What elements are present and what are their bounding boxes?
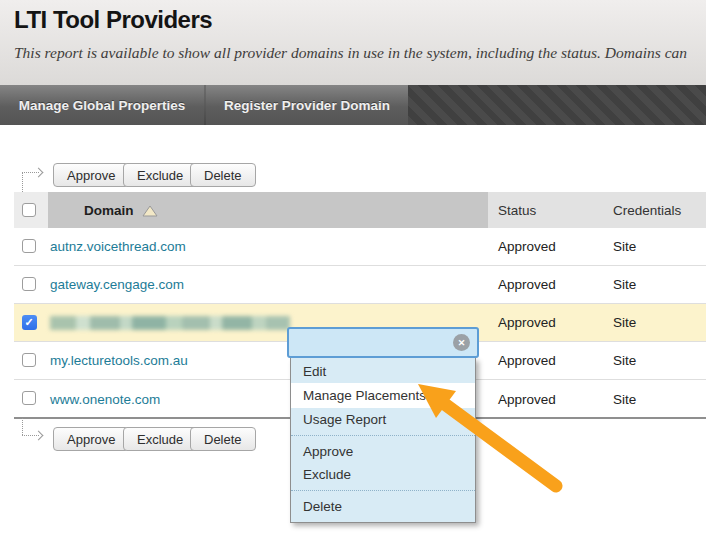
register-provider-domain-button[interactable]: Register Provider Domain	[206, 85, 408, 125]
menu-item-exclude[interactable]: Exclude	[291, 463, 475, 486]
approve-button-bottom[interactable]: Approve	[53, 427, 129, 451]
status-value: Approved	[498, 228, 556, 265]
close-icon[interactable]: ✕	[453, 334, 470, 351]
credentials-value: Site	[613, 380, 636, 418]
domain-header-label: Domain	[84, 203, 134, 218]
menu-divider	[291, 490, 475, 491]
table-header-right: Status Credentials	[488, 192, 706, 228]
column-header-credentials: Credentials	[613, 192, 681, 228]
page-description: This report is available to show all pro…	[14, 44, 706, 62]
row-checkbox[interactable]	[22, 239, 36, 253]
select-all-arrow-icon	[22, 418, 44, 444]
select-all-arrow-icon	[22, 168, 44, 194]
action-bar: Manage Global Properties Register Provid…	[0, 85, 706, 125]
menu-item-edit[interactable]: Edit	[291, 360, 475, 383]
domain-link[interactable]: my.lecturetools.com.au	[50, 342, 188, 379]
select-all-cell	[14, 192, 48, 228]
lti-tool-providers-page: LTI Tool Providers This report is availa…	[0, 0, 706, 533]
context-menu-header: ✕	[287, 327, 479, 358]
domain-link[interactable]: www.onenote.com	[50, 380, 160, 418]
select-all-checkbox[interactable]	[22, 203, 36, 217]
exclude-button-top[interactable]: Exclude	[123, 163, 197, 187]
sort-ascending-icon	[142, 205, 158, 217]
page-title: LTI Tool Providers	[14, 6, 212, 34]
domain-link[interactable]: gateway.cengage.com	[50, 266, 184, 303]
menu-item-delete[interactable]: Delete	[291, 495, 475, 518]
menu-item-manage-placements[interactable]: Manage Placements	[291, 383, 475, 408]
page-header: LTI Tool Providers This report is availa…	[0, 0, 706, 85]
action-bar-striped-filler	[408, 85, 706, 125]
row-checkbox[interactable]	[22, 277, 36, 291]
credentials-value: Site	[613, 228, 636, 265]
table-row: autnz.voicethread.com Approved Site	[14, 228, 706, 266]
credentials-value: Site	[613, 266, 636, 303]
status-value: Approved	[498, 304, 556, 341]
status-value: Approved	[498, 266, 556, 303]
credentials-value: Site	[613, 304, 636, 341]
domain-link[interactable]: autnz.voicethread.com	[50, 228, 186, 265]
status-value: Approved	[498, 380, 556, 418]
menu-item-approve[interactable]: Approve	[291, 440, 475, 463]
delete-button-top[interactable]: Delete	[190, 163, 256, 187]
row-checkbox[interactable]	[22, 315, 37, 330]
delete-button-bottom[interactable]: Delete	[190, 427, 256, 451]
context-menu: ✕ Edit Manage Placements Usage Report Ap…	[287, 327, 479, 523]
register-provider-domain-label: Register Provider Domain	[224, 98, 390, 113]
row-checkbox[interactable]	[22, 353, 36, 367]
redacted-domain	[50, 316, 290, 330]
manage-global-properties-button[interactable]: Manage Global Properties	[0, 85, 204, 125]
context-menu-body: Edit Manage Placements Usage Report Appr…	[290, 358, 476, 523]
column-header-status: Status	[498, 192, 536, 228]
table-row: gateway.cengage.com Approved Site	[14, 266, 706, 304]
approve-button-top[interactable]: Approve	[53, 163, 129, 187]
menu-item-usage-report[interactable]: Usage Report	[291, 408, 475, 431]
column-header-domain[interactable]: Domain	[48, 192, 488, 228]
status-value: Approved	[498, 342, 556, 379]
credentials-value: Site	[613, 342, 636, 379]
table-header: Domain Status Credentials	[14, 192, 706, 228]
manage-global-properties-label: Manage Global Properties	[19, 98, 186, 113]
row-checkbox[interactable]	[22, 391, 36, 405]
exclude-button-bottom[interactable]: Exclude	[123, 427, 197, 451]
menu-divider	[291, 435, 475, 436]
